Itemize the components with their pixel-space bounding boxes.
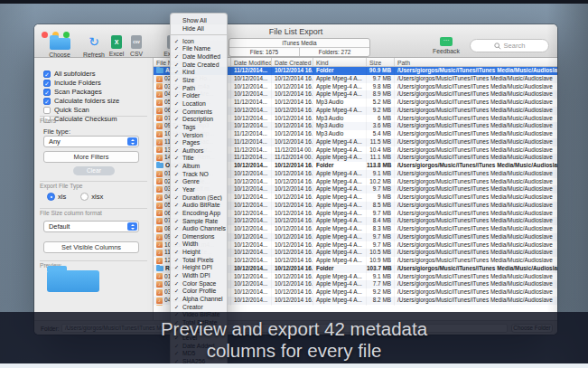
menu-item-label: Title (182, 155, 194, 161)
columns-menu-item[interactable]: ✓Year (171, 185, 227, 193)
columns-menu-item[interactable]: ✓Pages (171, 138, 227, 146)
menu-item-label: Sample Rate (182, 218, 218, 224)
columns-menu-item[interactable]: ✓Path (171, 84, 227, 92)
checkmark-icon: ✓ (174, 296, 181, 302)
more-filters-button[interactable]: More Filters (43, 151, 139, 163)
checkbox-icon[interactable]: ✓ (43, 80, 51, 87)
column-header-kind[interactable]: Kind (313, 58, 367, 66)
date-created-cell: 10/12/2014 16... (272, 241, 313, 250)
sidebar-checkbox[interactable]: ✓Include Folders (43, 79, 101, 87)
column-header-date-created[interactable]: Date Created (272, 58, 313, 66)
sidebar-checkbox[interactable]: ✓Calculate folders size (43, 97, 119, 105)
csv-export-toolbar-button[interactable]: csv CSV (126, 35, 146, 57)
columns-menu-item[interactable]: ✓Dimensions (171, 232, 227, 241)
date-created-cell: 10/12/2014 16... (272, 233, 313, 241)
columns-menu-item[interactable]: ✓Authors (171, 146, 227, 155)
date-modified-cell: 10/12/2014... (231, 122, 272, 130)
columns-menu-item[interactable]: ✓Description (171, 115, 227, 123)
search-input[interactable]: Search (470, 39, 549, 52)
sidebar-checkbox[interactable]: ✓All subfolders (43, 70, 96, 78)
columns-menu-item[interactable]: ✓Title (171, 155, 227, 163)
size-format-dropdown[interactable]: Default (43, 221, 139, 232)
feedback-toolbar-button[interactable]: ⋯ Feedback (430, 35, 462, 54)
path-cell: /Users/giorgos/Music/iTunes/iTunes Media… (395, 122, 557, 130)
columns-menu-item[interactable]: ✓Tags (171, 123, 227, 131)
path-cell: /Users/giorgos/Music/iTunes/iTunes Media… (395, 280, 557, 288)
column-header-size[interactable]: Size (367, 58, 395, 66)
sidebar-checkbox[interactable]: ✓Scan Packages (43, 88, 102, 96)
path-cell: /Users/giorgos/Music/iTunes/iTunes Media… (395, 297, 557, 305)
checkbox-label: Include Folders (54, 79, 101, 87)
columns-menu-item[interactable]: ✓Duration (Sec) (171, 193, 227, 202)
columns-menu-item[interactable]: ✓Audio BitRate (171, 201, 227, 209)
columns-menu-item[interactable]: ✓Color Space (171, 279, 227, 288)
date-created-cell: 10/12/2014 16... (272, 280, 313, 288)
checkbox-icon[interactable]: ✓ (43, 89, 51, 96)
columns-menu-item[interactable]: ✓Height DPI (171, 264, 227, 272)
folder-icon (156, 266, 163, 271)
column-header-date-modified[interactable]: Date Modified (231, 58, 272, 66)
checkmark-icon: ✓ (174, 85, 181, 91)
excel-export-toolbar-button[interactable]: X Excel (107, 35, 126, 57)
columns-menu-item[interactable]: ✓Icon (171, 37, 227, 45)
checkbox-icon[interactable] (43, 107, 51, 114)
columns-menu-item[interactable]: ✓Track NO (171, 170, 227, 178)
kind-cell: Apple Mpeg-4 A... (313, 193, 367, 202)
options-sidebar: ✓All subfolders✓Include Folders✓Scan Pac… (34, 58, 154, 320)
checkbox-icon[interactable]: ✓ (43, 71, 51, 78)
columns-menu-item[interactable]: ✓Alpha Channel (171, 295, 227, 303)
menu-hide-all[interactable]: Hide All (171, 24, 227, 33)
columns-menu-item[interactable]: ✓Comments (171, 108, 227, 116)
column-header-path[interactable]: Path (395, 58, 557, 66)
date-modified-cell: 10/12/2014... (231, 83, 272, 91)
columns-menu-item[interactable]: ✓Version (171, 131, 227, 139)
columns-menu-item[interactable]: ✓Size (171, 76, 227, 84)
checkmark-icon: ✓ (174, 272, 181, 278)
refresh-toolbar-button[interactable]: ↻ Refresh (81, 35, 107, 58)
sidebar-checkbox[interactable]: Quick Scan (43, 106, 89, 114)
columns-menu-item[interactable]: ✓Encoding App (171, 209, 227, 217)
checkbox-icon[interactable]: ✓ (43, 98, 51, 105)
date-created-cell: 10/12/2014 16... (272, 138, 313, 146)
columns-menu-item[interactable]: ✓Width (171, 241, 227, 249)
columns-menu-item[interactable]: ✓Date Modified (171, 52, 227, 61)
menu-show-all[interactable]: Show All (171, 16, 227, 24)
path-cell: /Users/giorgos/Music/iTunes/iTunes Media… (395, 305, 557, 307)
path-cell: /Users/giorgos/Music/iTunes/iTunes Media… (395, 115, 557, 123)
columns-menu-item[interactable]: ✓Folder (171, 91, 227, 99)
checkmark-icon: ✓ (174, 38, 181, 44)
columns-menu-item[interactable]: ✓Kind (171, 69, 227, 77)
columns-menu-item[interactable]: ✓Width DPI (171, 271, 227, 279)
clear-button[interactable]: Clear (73, 166, 115, 175)
date-modified-cell: 10/12/2014... (231, 305, 272, 307)
columns-menu-item[interactable]: ✓Genre (171, 178, 227, 186)
columns-menu-item[interactable]: ✓Total Pixels (171, 256, 227, 264)
size-cell: 90.9 MB (367, 67, 395, 75)
columns-menu-item[interactable]: ✓Audio Channels (171, 224, 227, 232)
stepper-arrows-icon (127, 137, 137, 146)
date-modified-cell: 10/12/2014... (231, 288, 272, 297)
columns-menu-item[interactable]: ✓Creator (171, 303, 227, 311)
columns-menu-item[interactable]: ✓Color Profile (171, 288, 227, 296)
columns-menu-item[interactable]: ✓Sample Rate (171, 217, 227, 225)
preview-folder-icon (47, 270, 99, 292)
scanned-folder-name: iTunes Media (229, 39, 369, 48)
checkmark-icon: ✓ (174, 249, 181, 255)
size-cell: 9.7 MB (367, 75, 395, 83)
file-type-dropdown[interactable]: Any (43, 136, 139, 147)
xls-radio[interactable]: xls (47, 193, 66, 201)
columns-menu-item[interactable]: ✓Location (171, 99, 227, 108)
audio-file-icon: ♪ (156, 115, 163, 121)
path-cell: /Users/giorgos/Music/iTunes/iTunes Media… (395, 138, 557, 146)
columns-menu-item[interactable]: ✓Height (171, 248, 227, 256)
xlsx-radio[interactable]: xlsx (80, 193, 103, 201)
size-cell: 9.7 MB (367, 210, 395, 218)
checkmark-icon: ✓ (174, 132, 181, 138)
columns-menu-item[interactable]: ✓Album (171, 162, 227, 170)
csv-doc-icon: csv (131, 35, 142, 49)
set-visible-columns-button[interactable]: Set Visible Columns (43, 241, 139, 253)
date-created-cell: 11/12/2014 00... (272, 146, 313, 155)
columns-menu-item[interactable]: ✓File Name (171, 45, 227, 53)
menu-item-label: Audio Channels (182, 225, 226, 231)
columns-menu-item[interactable]: ✓Date Created (171, 61, 227, 69)
